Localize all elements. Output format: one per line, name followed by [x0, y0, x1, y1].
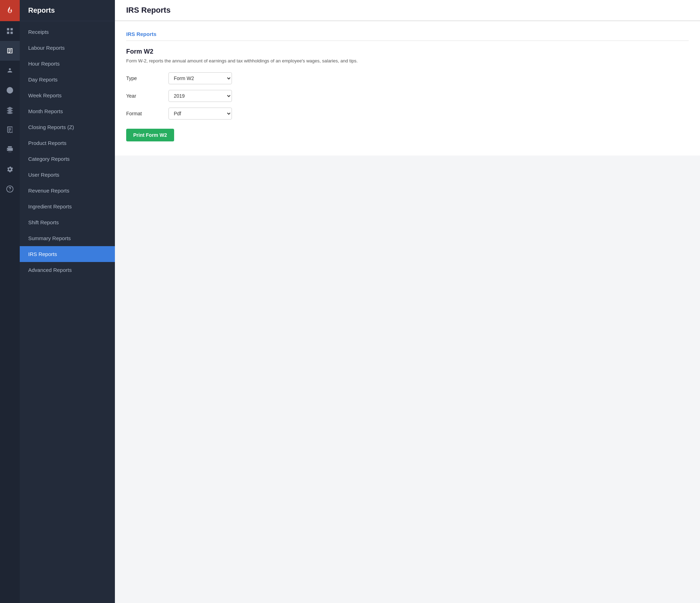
sidebar-item-labour-reports[interactable]: Labour Reports — [20, 40, 115, 56]
nav-icon-dashboard[interactable] — [0, 21, 20, 41]
sidebar-item-day-reports[interactable]: Day Reports — [20, 72, 115, 87]
svg-rect-0 — [7, 28, 9, 30]
sidebar-item-summary-reports[interactable]: Summary Reports — [20, 230, 115, 246]
nav-icon-printer[interactable] — [0, 140, 20, 159]
sidebar-item-user-reports[interactable]: User Reports — [20, 167, 115, 183]
nav-icon-pie[interactable] — [0, 80, 20, 100]
main-body: IRS Reports Form W2 Form W-2, reports th… — [115, 21, 700, 603]
sidebar-nav: ReceiptsLabour ReportsHour ReportsDay Re… — [20, 21, 115, 281]
svg-rect-3 — [11, 32, 13, 34]
form-desc: Form W-2, reports the annual amount of e… — [126, 57, 689, 65]
sidebar-item-receipts[interactable]: Receipts — [20, 24, 115, 40]
format-row: Format PdfExcelCSV — [126, 108, 689, 120]
page-title: IRS Reports — [126, 6, 171, 15]
sidebar-item-month-reports[interactable]: Month Reports — [20, 103, 115, 119]
sidebar-header: Reports — [20, 0, 115, 21]
main-content: IRS Reports IRS Reports Form W2 Form W-2… — [115, 0, 700, 603]
sidebar-item-closing-reports[interactable]: Closing Reports (Z) — [20, 119, 115, 135]
format-label: Format — [126, 111, 168, 116]
nav-icon-receipt[interactable] — [0, 120, 20, 140]
type-select[interactable]: Form W2Form W3Form 940Form 941 — [168, 72, 232, 84]
year-row: Year 20192018201720162015 — [126, 90, 689, 102]
sidebar-item-category-reports[interactable]: Category Reports — [20, 151, 115, 167]
format-select[interactable]: PdfExcelCSV — [168, 108, 232, 120]
form-title: Form W2 — [126, 48, 689, 55]
sidebar-item-advanced-reports[interactable]: Advanced Reports — [20, 262, 115, 278]
app-logo[interactable] — [0, 0, 20, 21]
svg-point-6 — [10, 190, 10, 191]
nav-icon-reports[interactable] — [0, 41, 20, 61]
type-label: Type — [126, 75, 168, 81]
sidebar-title: Reports — [28, 6, 55, 14]
sidebar-item-hour-reports[interactable]: Hour Reports — [20, 56, 115, 72]
nav-icon-layers[interactable] — [0, 100, 20, 120]
svg-point-4 — [9, 68, 11, 71]
year-select[interactable]: 20192018201720162015 — [168, 90, 232, 102]
content-area: IRS Reports Form W2 Form W-2, reports th… — [115, 21, 700, 156]
sidebar-item-shift-reports[interactable]: Shift Reports — [20, 214, 115, 230]
svg-rect-1 — [11, 28, 13, 30]
print-button[interactable]: Print Form W2 — [126, 129, 174, 141]
svg-rect-2 — [7, 32, 9, 34]
section-title: IRS Reports — [126, 31, 689, 41]
nav-icon-contacts[interactable] — [0, 61, 20, 80]
icon-rail — [0, 0, 20, 603]
flame-icon — [5, 6, 15, 16]
sidebar-item-ingredient-reports[interactable]: Ingredient Reports — [20, 199, 115, 214]
sidebar-item-product-reports[interactable]: Product Reports — [20, 135, 115, 151]
sidebar-item-revenue-reports[interactable]: Revenue Reports — [20, 183, 115, 199]
type-row: Type Form W2Form W3Form 940Form 941 — [126, 72, 689, 84]
sidebar: Reports ReceiptsLabour ReportsHour Repor… — [20, 0, 115, 603]
nav-icon-help[interactable] — [0, 179, 20, 199]
nav-icon-settings[interactable] — [0, 159, 20, 179]
year-label: Year — [126, 93, 168, 99]
main-header: IRS Reports — [115, 0, 700, 21]
sidebar-item-irs-reports[interactable]: IRS Reports — [20, 246, 115, 262]
sidebar-item-week-reports[interactable]: Week Reports — [20, 87, 115, 103]
